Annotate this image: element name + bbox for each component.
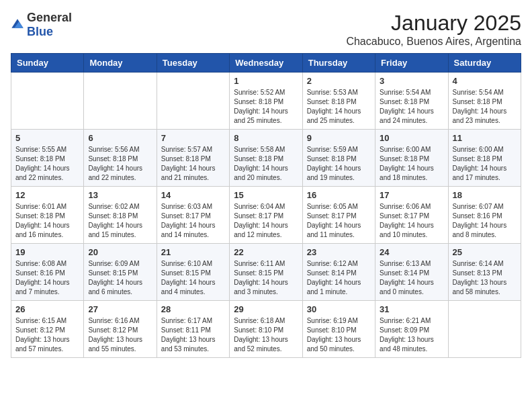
weekday-header: Sunday [11, 54, 84, 73]
day-info: Sunrise: 6:05 AM Sunset: 8:17 PM Dayligh… [307, 202, 371, 240]
calendar-cell: 23Sunrise: 6:12 AM Sunset: 8:14 PM Dayli… [302, 244, 375, 301]
day-number: 13 [88, 190, 152, 200]
day-number: 7 [161, 133, 225, 143]
calendar-cell: 18Sunrise: 6:07 AM Sunset: 8:16 PM Dayli… [448, 187, 521, 244]
day-info: Sunrise: 6:13 AM Sunset: 8:14 PM Dayligh… [380, 259, 443, 297]
day-info: Sunrise: 6:03 AM Sunset: 8:17 PM Dayligh… [161, 202, 225, 240]
day-number: 28 [161, 304, 225, 314]
day-number: 11 [453, 133, 517, 143]
day-number: 23 [307, 247, 371, 257]
day-info: Sunrise: 5:58 AM Sunset: 8:18 PM Dayligh… [234, 145, 298, 183]
calendar-cell: 21Sunrise: 6:10 AM Sunset: 8:15 PM Dayli… [157, 244, 229, 301]
day-info: Sunrise: 5:56 AM Sunset: 8:18 PM Dayligh… [88, 145, 152, 183]
calendar-cell: 16Sunrise: 6:05 AM Sunset: 8:17 PM Dayli… [302, 187, 375, 244]
day-info: Sunrise: 5:52 AM Sunset: 8:18 PM Dayligh… [234, 88, 298, 126]
day-info: Sunrise: 5:59 AM Sunset: 8:18 PM Dayligh… [307, 145, 371, 183]
day-info: Sunrise: 6:17 AM Sunset: 8:11 PM Dayligh… [161, 316, 225, 354]
day-number: 25 [453, 247, 517, 257]
logo-blue: Blue [27, 25, 53, 38]
day-info: Sunrise: 6:21 AM Sunset: 8:09 PM Dayligh… [380, 316, 443, 354]
day-info: Sunrise: 6:10 AM Sunset: 8:15 PM Dayligh… [161, 259, 225, 297]
day-info: Sunrise: 5:53 AM Sunset: 8:18 PM Dayligh… [307, 88, 371, 126]
calendar-cell: 5Sunrise: 5:55 AM Sunset: 8:18 PM Daylig… [11, 130, 84, 187]
calendar-cell: 28Sunrise: 6:17 AM Sunset: 8:11 PM Dayli… [157, 301, 229, 358]
day-number: 6 [88, 133, 152, 143]
title-block: January 2025 Chacabuco, Buenos Aires, Ar… [346, 11, 521, 48]
calendar-cell: 14Sunrise: 6:03 AM Sunset: 8:17 PM Dayli… [157, 187, 229, 244]
day-number: 22 [234, 247, 298, 257]
calendar-cell: 29Sunrise: 6:18 AM Sunset: 8:10 PM Dayli… [230, 301, 302, 358]
day-number: 1 [234, 76, 298, 86]
calendar-cell [11, 73, 84, 130]
day-number: 12 [15, 190, 79, 200]
day-info: Sunrise: 6:06 AM Sunset: 8:17 PM Dayligh… [380, 202, 443, 240]
calendar-cell: 26Sunrise: 6:15 AM Sunset: 8:12 PM Dayli… [11, 301, 84, 358]
calendar-cell: 4Sunrise: 5:54 AM Sunset: 8:18 PM Daylig… [448, 73, 521, 130]
calendar-cell: 17Sunrise: 6:06 AM Sunset: 8:17 PM Dayli… [375, 187, 448, 244]
logo-general: General [27, 11, 72, 24]
calendar-table: SundayMondayTuesdayWednesdayThursdayFrid… [11, 53, 521, 358]
calendar-cell: 13Sunrise: 6:02 AM Sunset: 8:18 PM Dayli… [84, 187, 157, 244]
weekday-header: Friday [375, 54, 448, 73]
weekday-header: Wednesday [230, 54, 302, 73]
calendar-cell: 30Sunrise: 6:19 AM Sunset: 8:10 PM Dayli… [302, 301, 375, 358]
day-info: Sunrise: 6:14 AM Sunset: 8:13 PM Dayligh… [453, 259, 517, 297]
logo: General Blue [11, 11, 72, 39]
calendar-cell: 2Sunrise: 5:53 AM Sunset: 8:18 PM Daylig… [302, 73, 375, 130]
day-number: 18 [453, 190, 517, 200]
calendar-cell: 27Sunrise: 6:16 AM Sunset: 8:12 PM Dayli… [84, 301, 157, 358]
weekday-header-row: SundayMondayTuesdayWednesdayThursdayFrid… [11, 54, 521, 73]
day-number: 9 [307, 133, 371, 143]
weekday-header: Thursday [302, 54, 375, 73]
day-info: Sunrise: 6:08 AM Sunset: 8:16 PM Dayligh… [15, 259, 79, 297]
calendar-cell: 7Sunrise: 5:57 AM Sunset: 8:18 PM Daylig… [157, 130, 229, 187]
day-number: 21 [161, 247, 225, 257]
day-number: 17 [380, 190, 443, 200]
day-info: Sunrise: 6:11 AM Sunset: 8:15 PM Dayligh… [234, 259, 298, 297]
calendar-cell: 22Sunrise: 6:11 AM Sunset: 8:15 PM Dayli… [230, 244, 302, 301]
day-info: Sunrise: 6:02 AM Sunset: 8:18 PM Dayligh… [88, 202, 152, 240]
day-info: Sunrise: 6:07 AM Sunset: 8:16 PM Dayligh… [453, 202, 517, 240]
day-info: Sunrise: 5:54 AM Sunset: 8:18 PM Dayligh… [453, 88, 517, 126]
calendar-cell: 6Sunrise: 5:56 AM Sunset: 8:18 PM Daylig… [84, 130, 157, 187]
month-title: January 2025 [346, 11, 521, 36]
calendar-week-row: 1Sunrise: 5:52 AM Sunset: 8:18 PM Daylig… [11, 73, 521, 130]
day-number: 2 [307, 76, 371, 86]
day-info: Sunrise: 6:00 AM Sunset: 8:18 PM Dayligh… [380, 145, 443, 183]
day-number: 27 [88, 304, 152, 314]
day-info: Sunrise: 5:57 AM Sunset: 8:18 PM Dayligh… [161, 145, 225, 183]
day-info: Sunrise: 6:01 AM Sunset: 8:18 PM Dayligh… [15, 202, 79, 240]
calendar-cell: 20Sunrise: 6:09 AM Sunset: 8:15 PM Dayli… [84, 244, 157, 301]
logo-icon [11, 18, 24, 32]
day-number: 29 [234, 304, 298, 314]
weekday-header: Monday [84, 54, 157, 73]
calendar-cell: 12Sunrise: 6:01 AM Sunset: 8:18 PM Dayli… [11, 187, 84, 244]
calendar-cell: 15Sunrise: 6:04 AM Sunset: 8:17 PM Dayli… [230, 187, 302, 244]
calendar-cell: 25Sunrise: 6:14 AM Sunset: 8:13 PM Dayli… [448, 244, 521, 301]
calendar-cell: 10Sunrise: 6:00 AM Sunset: 8:18 PM Dayli… [375, 130, 448, 187]
day-info: Sunrise: 6:15 AM Sunset: 8:12 PM Dayligh… [15, 316, 79, 354]
day-info: Sunrise: 6:16 AM Sunset: 8:12 PM Dayligh… [88, 316, 152, 354]
calendar-cell: 31Sunrise: 6:21 AM Sunset: 8:09 PM Dayli… [375, 301, 448, 358]
day-info: Sunrise: 6:18 AM Sunset: 8:10 PM Dayligh… [234, 316, 298, 354]
day-number: 8 [234, 133, 298, 143]
calendar-cell [448, 301, 521, 358]
calendar-cell [157, 73, 229, 130]
page-header: General Blue January 2025 Chacabuco, Bue… [11, 11, 521, 48]
day-number: 4 [453, 76, 517, 86]
calendar-week-row: 12Sunrise: 6:01 AM Sunset: 8:18 PM Dayli… [11, 187, 521, 244]
calendar-cell: 8Sunrise: 5:58 AM Sunset: 8:18 PM Daylig… [230, 130, 302, 187]
day-number: 3 [380, 76, 443, 86]
day-number: 16 [307, 190, 371, 200]
calendar-cell: 24Sunrise: 6:13 AM Sunset: 8:14 PM Dayli… [375, 244, 448, 301]
weekday-header: Tuesday [157, 54, 229, 73]
day-info: Sunrise: 6:19 AM Sunset: 8:10 PM Dayligh… [307, 316, 371, 354]
calendar-week-row: 5Sunrise: 5:55 AM Sunset: 8:18 PM Daylig… [11, 130, 521, 187]
calendar-week-row: 19Sunrise: 6:08 AM Sunset: 8:16 PM Dayli… [11, 244, 521, 301]
calendar-week-row: 26Sunrise: 6:15 AM Sunset: 8:12 PM Dayli… [11, 301, 521, 358]
day-number: 30 [307, 304, 371, 314]
location-title: Chacabuco, Buenos Aires, Argentina [346, 36, 521, 48]
day-number: 31 [380, 304, 443, 314]
day-info: Sunrise: 6:00 AM Sunset: 8:18 PM Dayligh… [453, 145, 517, 183]
day-info: Sunrise: 6:12 AM Sunset: 8:14 PM Dayligh… [307, 259, 371, 297]
